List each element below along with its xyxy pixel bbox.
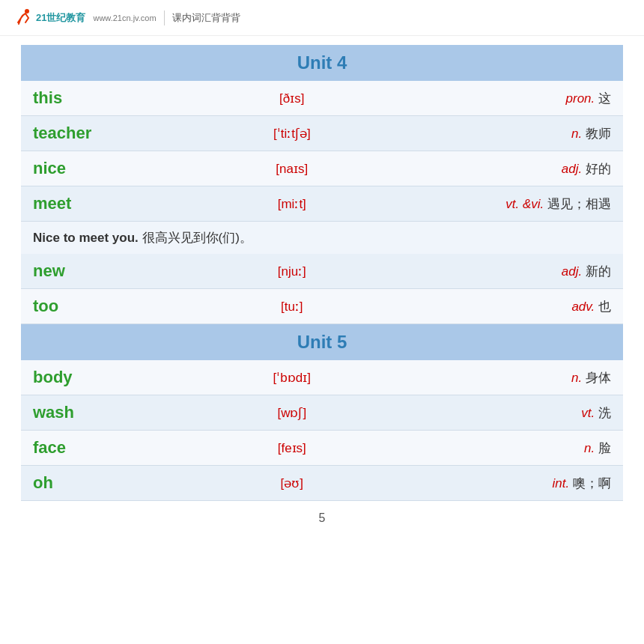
table-row: nice [naɪs] adj. 好的 <box>21 151 623 186</box>
meaning-new: adj. 新的 <box>382 254 623 289</box>
zh-meet: 遇见；相遇 <box>547 197 611 211</box>
phrase-text: Nice to meet you. 很高兴见到你(们)。 <box>21 222 623 255</box>
word-wash: wash <box>21 395 201 431</box>
table-row: body [ˈbɒdɪ] n. 身体 <box>21 360 623 395</box>
table-row: meet [miːt] vt. &vi. 遇见；相遇 <box>21 186 623 222</box>
phonetic-meet: [miːt] <box>201 186 382 222</box>
table-row: oh [əʊ] int. 噢；啊 <box>21 466 623 501</box>
phonetic-face: [feɪs] <box>201 431 382 466</box>
pos-new: adj. <box>562 264 582 279</box>
phrase-zh: 很高兴见到你(们)。 <box>142 231 252 245</box>
meaning-wash: vt. 洗 <box>382 395 623 431</box>
phonetic-this: [ðɪs] <box>201 81 382 116</box>
header-divider <box>164 10 165 25</box>
zh-body: 身体 <box>586 371 611 385</box>
pos-face: n. <box>584 441 595 455</box>
table-row: face [feɪs] n. 脸 <box>21 431 623 466</box>
pos-oh: int. <box>553 476 570 490</box>
unit5-header-row: Unit 5 <box>21 324 623 361</box>
zh-nice: 好的 <box>586 162 611 176</box>
meaning-this: pron. 这 <box>382 81 623 116</box>
meaning-too: adv. 也 <box>382 289 623 324</box>
pos-wash: vt. <box>581 406 595 420</box>
pos-meet: vt. &vi. <box>505 197 544 211</box>
word-body: body <box>21 360 201 395</box>
unit4-header-row: Unit 4 <box>21 45 623 81</box>
zh-face: 脸 <box>598 441 611 455</box>
page-header: 21世纪教育 www.21cn.jv.com 课内词汇背背背 <box>0 0 644 36</box>
word-this: this <box>21 81 201 116</box>
phrase-en: Nice to meet you. <box>33 231 139 245</box>
phrase-row: Nice to meet you. 很高兴见到你(们)。 <box>21 222 623 255</box>
vocab-table: Unit 4 this [ðɪs] pron. 这 teacher [ˈtiːt… <box>21 45 623 501</box>
zh-teacher: 教师 <box>586 127 611 141</box>
unit4-title: Unit 4 <box>21 45 623 81</box>
pos-nice: adj. <box>562 162 582 176</box>
logo-url: www.21cn.jv.com <box>93 13 156 22</box>
meaning-nice: adj. 好的 <box>382 151 623 186</box>
meaning-meet: vt. &vi. 遇见；相遇 <box>382 186 623 222</box>
table-row: this [ðɪs] pron. 这 <box>21 81 623 116</box>
phonetic-body: [ˈbɒdɪ] <box>201 360 382 395</box>
meaning-body: n. 身体 <box>382 360 623 395</box>
meaning-teacher: n. 教师 <box>382 116 623 151</box>
logo-brand: 21世纪教育 <box>36 11 85 25</box>
zh-this: 这 <box>598 91 611 106</box>
zh-wash: 洗 <box>598 406 611 420</box>
table-row: too [tuː] adv. 也 <box>21 289 623 324</box>
phonetic-teacher: [ˈtiːtʃə] <box>201 116 382 151</box>
page-number: 5 <box>21 511 623 525</box>
meaning-face: n. 脸 <box>382 431 623 466</box>
zh-too: 也 <box>598 300 611 314</box>
zh-oh: 噢；啊 <box>573 476 611 490</box>
word-teacher: teacher <box>21 116 201 151</box>
meaning-oh: int. 噢；啊 <box>382 466 623 501</box>
word-meet: meet <box>21 186 201 222</box>
word-oh: oh <box>21 466 201 501</box>
phonetic-wash: [wɒʃ] <box>201 395 382 431</box>
zh-new: 新的 <box>586 264 611 279</box>
phonetic-oh: [əʊ] <box>201 466 382 501</box>
table-row: wash [wɒʃ] vt. 洗 <box>21 395 623 431</box>
word-too: too <box>21 289 201 324</box>
phonetic-new: [njuː] <box>201 254 382 289</box>
phonetic-too: [tuː] <box>201 289 382 324</box>
unit5-title: Unit 5 <box>21 324 623 361</box>
phonetic-nice: [naɪs] <box>201 151 382 186</box>
logo-runner-icon <box>12 7 33 28</box>
pos-body: n. <box>571 371 582 385</box>
main-content: Unit 4 this [ðɪs] pron. 这 teacher [ˈtiːt… <box>0 36 644 540</box>
pos-this: pron. <box>566 91 595 106</box>
table-row: teacher [ˈtiːtʃə] n. 教师 <box>21 116 623 151</box>
word-new: new <box>21 254 201 289</box>
word-nice: nice <box>21 151 201 186</box>
word-face: face <box>21 431 201 466</box>
header-title: 课内词汇背背背 <box>172 11 240 25</box>
pos-too: adv. <box>571 300 595 314</box>
pos-teacher: n. <box>571 127 582 141</box>
table-row: new [njuː] adj. 新的 <box>21 254 623 289</box>
